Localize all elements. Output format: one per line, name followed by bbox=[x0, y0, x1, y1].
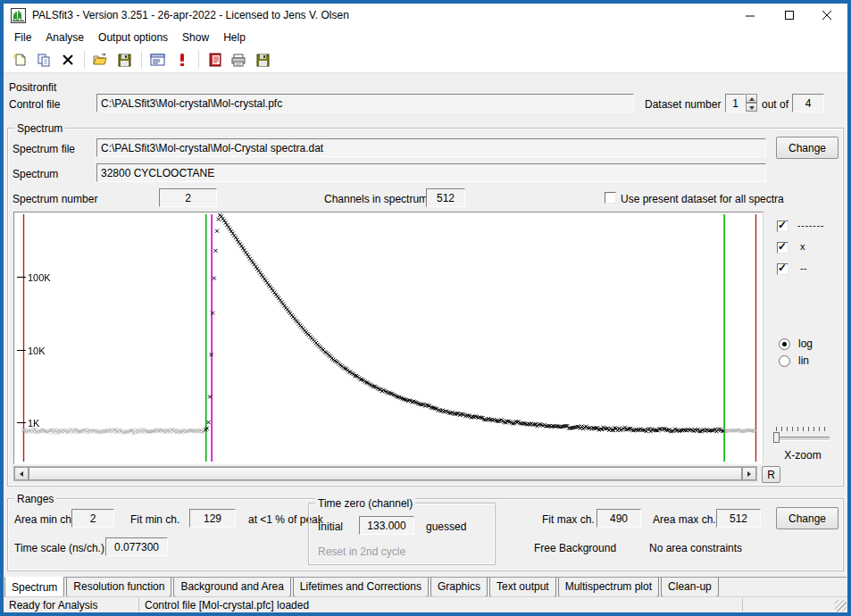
close-button[interactable] bbox=[808, 4, 846, 27]
change-spectrum-file-button[interactable]: Change bbox=[776, 137, 838, 159]
spectrum-chart-panel bbox=[13, 212, 763, 464]
spectrum-file-label: Spectrum file bbox=[13, 143, 75, 155]
time-scale-input[interactable]: 0.077300 bbox=[105, 537, 168, 556]
open-button[interactable] bbox=[90, 50, 111, 70]
use-dataset-label: Use present dataset for all spectra bbox=[621, 193, 784, 205]
menu-item-analyse[interactable]: Analyse bbox=[38, 29, 91, 46]
tab-clean-up[interactable]: Clean-up bbox=[661, 578, 719, 597]
spectrum-group-label: Spectrum bbox=[14, 122, 65, 135]
delete-button[interactable] bbox=[57, 50, 78, 70]
maximize-icon bbox=[785, 11, 795, 21]
tab-lifetimes-and-corrections[interactable]: Lifetimes and Corrections bbox=[293, 578, 429, 597]
status-ready: Ready for Analysis bbox=[4, 598, 139, 612]
show-dashes-checkbox[interactable] bbox=[777, 263, 788, 275]
spectrum-number-label: Spectrum number bbox=[13, 193, 97, 205]
toolbar-separator bbox=[84, 51, 85, 69]
titlebar: PALSfit3 - Version 3.251 - 26-apr-2022 -… bbox=[4, 4, 847, 27]
xzoom-slider-track[interactable] bbox=[774, 437, 830, 441]
tabstrip: SpectrumResolution functionBackground an… bbox=[4, 577, 847, 598]
toolbar bbox=[4, 47, 847, 73]
control-file-label: Control file bbox=[9, 98, 60, 111]
xzoom-slider-thumb[interactable] bbox=[773, 432, 780, 443]
save-button[interactable] bbox=[114, 50, 135, 70]
save-floppy-icon bbox=[118, 54, 131, 67]
copy-icon bbox=[37, 53, 51, 67]
new-button[interactable] bbox=[9, 50, 29, 70]
show-line-label: ------- bbox=[797, 221, 824, 230]
exclamation-icon bbox=[179, 53, 186, 67]
spectrum-title-label: Spectrum bbox=[13, 168, 58, 180]
guessed-label: guessed bbox=[426, 520, 466, 533]
chart-hscrollbar[interactable] bbox=[13, 466, 757, 481]
spectrum-file-input[interactable]: C:\PALSfit3\Mol-crystal\Mol-Crystal spec… bbox=[96, 138, 766, 157]
log-scale-radio[interactable] bbox=[779, 338, 790, 350]
tab-background-and-area[interactable]: Background and Area bbox=[173, 578, 290, 597]
delete-x-icon bbox=[62, 54, 74, 66]
scroll-right-button[interactable] bbox=[742, 467, 756, 480]
tab-text-output[interactable]: Text output bbox=[489, 578, 556, 597]
area-max-label: Area max ch. bbox=[653, 513, 716, 526]
fit-min-label: Fit min ch. bbox=[130, 513, 179, 526]
area-min-label: Area min ch. bbox=[14, 513, 74, 526]
arrow-left-icon bbox=[20, 471, 23, 477]
tab-graphics[interactable]: Graphics bbox=[430, 578, 488, 597]
area-min-input[interactable]: 2 bbox=[71, 509, 114, 528]
channels-field: 512 bbox=[426, 188, 465, 207]
free-background-label: Free Background bbox=[534, 542, 616, 554]
run-analyse-button[interactable] bbox=[171, 50, 192, 70]
show-points-checkbox[interactable] bbox=[777, 242, 788, 254]
spectrum-number-input[interactable]: 2 bbox=[159, 188, 217, 207]
scrollbar-thumb[interactable] bbox=[29, 467, 742, 480]
time-zero-initial-input[interactable]: 133.000 bbox=[359, 516, 414, 535]
out-of-label: out of bbox=[762, 98, 788, 111]
control-file-input[interactable]: C:\PALSfit3\Mol-crystal\Mol-crystal.pfc bbox=[96, 94, 634, 112]
menu-item-output-options[interactable]: Output options bbox=[91, 29, 175, 46]
show-dashes-label: -- bbox=[800, 262, 806, 273]
menu-item-file[interactable]: File bbox=[7, 29, 38, 46]
new-document-icon bbox=[13, 53, 27, 67]
dataset-number-spinner bbox=[746, 94, 757, 112]
copy-button[interactable] bbox=[33, 50, 54, 70]
no-area-constraints-label: No area constraints bbox=[649, 542, 742, 554]
arrow-down-icon bbox=[749, 106, 755, 110]
positronfit-label: Positronfit bbox=[9, 81, 56, 94]
save-spectrum-button[interactable] bbox=[253, 50, 273, 70]
change-ranges-button[interactable]: Change bbox=[776, 507, 838, 529]
time-zero-group-label: Time zero (channel) bbox=[315, 497, 415, 510]
tab-spectrum[interactable]: Spectrum bbox=[4, 577, 64, 598]
area-max-input[interactable]: 512 bbox=[716, 509, 761, 528]
reset-zoom-button[interactable]: R bbox=[762, 466, 780, 483]
use-dataset-checkbox[interactable] bbox=[605, 192, 616, 204]
initial-label: Initial bbox=[318, 520, 343, 533]
print-button[interactable] bbox=[229, 50, 249, 70]
time-scale-label: Time scale (ns/ch.) bbox=[14, 542, 104, 554]
spin-up-button[interactable] bbox=[746, 94, 757, 103]
window-title: PALSfit3 - Version 3.251 - 26-apr-2022 -… bbox=[32, 9, 349, 21]
show-line-checkbox[interactable] bbox=[777, 221, 788, 232]
ranges-group-label: Ranges bbox=[14, 493, 56, 505]
spin-down-button[interactable] bbox=[746, 103, 757, 112]
menubar: FileAnalyseOutput optionsShowHelp bbox=[4, 27, 847, 47]
fit-max-input[interactable]: 490 bbox=[597, 509, 641, 528]
minimize-icon bbox=[746, 11, 755, 21]
fit-min-input[interactable]: 129 bbox=[189, 509, 236, 528]
toolbar-separator bbox=[198, 51, 199, 69]
resize-grip[interactable] bbox=[835, 600, 847, 612]
spectrum-chart bbox=[14, 212, 763, 463]
scroll-left-button[interactable] bbox=[14, 467, 29, 480]
control-form-button[interactable] bbox=[147, 50, 168, 70]
dataset-number-input[interactable]: 1 bbox=[725, 94, 746, 112]
tab-resolution-function[interactable]: Resolution function bbox=[66, 578, 171, 597]
toolbar-separator bbox=[141, 51, 142, 69]
dataset-total-field: 4 bbox=[792, 94, 824, 112]
minimize-button[interactable] bbox=[731, 4, 769, 27]
save-floppy-icon bbox=[256, 54, 270, 67]
tab-multispectrum-plot[interactable]: Multispectrum plot bbox=[558, 578, 659, 597]
reset-2nd-cycle-label: Reset in 2nd cycle bbox=[318, 545, 405, 558]
lin-scale-radio[interactable] bbox=[779, 355, 790, 367]
text-output-button[interactable] bbox=[204, 50, 225, 70]
maximize-button[interactable] bbox=[771, 4, 808, 27]
menu-item-help[interactable]: Help bbox=[216, 29, 253, 46]
open-folder-icon bbox=[93, 53, 108, 67]
menu-item-show[interactable]: Show bbox=[175, 29, 216, 46]
